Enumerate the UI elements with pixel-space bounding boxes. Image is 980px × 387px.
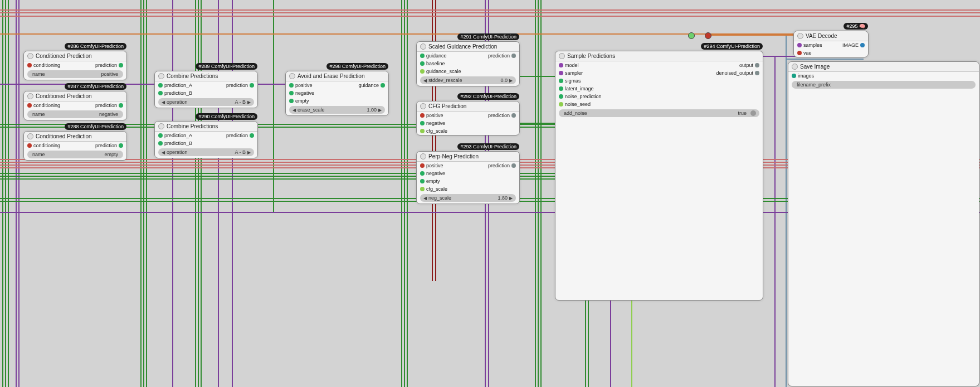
node-save-image[interactable]: Save Image images filename_prefix [788,61,979,386]
widget-erase-scale[interactable]: ◀erase_scale1.00▶ [289,106,385,114]
port-input[interactable] [559,63,563,67]
port-output[interactable] [755,63,759,67]
port-input[interactable] [420,179,425,183]
node-title[interactable]: CFG Prediction [417,101,519,112]
node-title[interactable]: Scaled Guidance Prediction [417,42,519,52]
reroute-dot[interactable] [705,32,711,39]
wire [2,0,3,387]
port-output[interactable] [511,54,516,58]
widget-operation[interactable]: ◀operationA - B▶ [158,98,254,106]
node-title[interactable]: Combine Predictions [155,71,257,81]
node-title[interactable]: Perp-Neg Prediction [417,152,519,162]
collapse-toggle-icon[interactable] [797,33,803,39]
port-input[interactable] [289,99,294,103]
collapse-toggle-icon[interactable] [792,64,798,70]
node-sample-predictions-294[interactable]: #294 ComfyUI-Prediction Sample Predictio… [555,51,763,301]
collapse-toggle-icon[interactable] [27,93,33,99]
node-conditioned-prediction-286[interactable]: #286 ComfyUI-Prediction Conditioned Pred… [23,51,127,80]
port-input[interactable] [792,74,796,78]
collapse-toggle-icon[interactable] [158,123,164,129]
node-title[interactable]: Save Image [788,62,979,72]
port-input[interactable] [27,63,32,67]
chevron-right-icon[interactable]: ▶ [509,78,513,83]
port-input[interactable] [559,102,563,107]
port-input[interactable] [797,51,802,55]
port-output[interactable] [755,71,759,75]
port-input[interactable] [158,133,163,138]
port-output[interactable] [381,83,385,88]
collapse-toggle-icon[interactable] [27,133,33,139]
collapse-toggle-icon[interactable] [289,73,295,79]
port-input[interactable] [420,171,425,176]
collapse-toggle-icon[interactable] [27,53,33,59]
port-input[interactable] [420,69,425,74]
toggle-icon[interactable] [750,110,756,116]
port-output[interactable] [511,163,516,168]
collapse-toggle-icon[interactable] [420,103,426,109]
port-output[interactable] [250,83,254,88]
collapse-toggle-icon[interactable] [559,53,565,59]
node-perp-neg-293[interactable]: #293 ComfyUI-Prediction Perp-Neg Predict… [416,151,520,204]
port-output[interactable] [860,43,865,47]
node-title[interactable]: Conditioned Prediction [24,132,126,142]
port-output[interactable] [511,113,516,118]
node-combine-predictions-289[interactable]: #289 ComfyUI-Prediction Combine Predicti… [154,71,258,108]
node-title[interactable]: VAE Decode [794,31,868,41]
node-conditioned-prediction-288[interactable]: #288 ComfyUI-Prediction Conditioned Pred… [23,131,127,161]
node-title[interactable]: Conditioned Prediction [24,91,126,101]
port-label: guidance [426,53,447,59]
collapse-toggle-icon[interactable] [158,73,164,79]
chevron-right-icon[interactable]: ▶ [247,100,251,105]
node-combine-predictions-290[interactable]: #290 ComfyUI-Prediction Combine Predicti… [154,121,258,158]
port-input[interactable] [158,141,163,146]
port-input[interactable] [797,43,802,47]
port-input[interactable] [158,91,163,95]
port-output[interactable] [250,133,254,138]
collapse-toggle-icon[interactable] [420,153,426,159]
port-output[interactable] [119,143,123,148]
chevron-right-icon[interactable]: ▶ [509,196,513,201]
chevron-right-icon[interactable]: ▶ [378,108,382,113]
port-input[interactable] [27,103,32,108]
node-cfg-prediction-292[interactable]: #292 ComfyUI-Prediction CFG Prediction p… [416,101,520,136]
port-input[interactable] [559,71,563,75]
port-input[interactable] [559,79,563,83]
port-label: guidance_scale [426,69,461,74]
node-title[interactable]: Conditioned Prediction [24,51,126,61]
port-input[interactable] [420,187,425,191]
port-input[interactable] [289,83,294,88]
widget-stddev-rescale[interactable]: ◀stddev_rescale0.0▶ [420,76,516,84]
node-title[interactable]: Combine Predictions [155,122,257,132]
port-input[interactable] [420,121,425,125]
port-input[interactable] [420,54,425,58]
widget-operation[interactable]: ◀operationA - B▶ [158,148,254,156]
node-conditioned-prediction-287[interactable]: #287 ComfyUI-Prediction Conditioned Pred… [23,91,127,120]
port-input[interactable] [420,61,425,66]
node-graph-canvas[interactable]: #286 ComfyUI-Prediction Conditioned Pred… [0,0,980,387]
port-input[interactable] [420,113,425,118]
node-title[interactable]: Avoid and Erase Prediction [286,71,388,81]
node-title-text: Conditioned Prediction [36,53,92,59]
port-input[interactable] [420,129,425,133]
port-output[interactable] [119,103,123,108]
reroute-dot[interactable] [688,32,695,39]
port-input[interactable] [27,143,32,148]
widget-name[interactable]: nameempty [27,151,123,158]
port-input[interactable] [289,91,294,95]
port-input[interactable] [158,83,163,88]
port-input[interactable] [420,163,425,168]
collapse-toggle-icon[interactable] [420,43,426,50]
widget-neg-scale[interactable]: ◀neg_scale1.80▶ [420,194,516,202]
port-input[interactable] [559,94,563,99]
widget-filename-prefix[interactable]: filename_prefix [792,81,976,89]
node-avoid-erase-298[interactable]: #298 ComfyUI-Prediction Avoid and Erase … [285,71,389,116]
port-output[interactable] [119,63,123,67]
chevron-right-icon[interactable]: ▶ [247,150,251,155]
node-title[interactable]: Sample Predictions [555,51,763,61]
port-input[interactable] [559,86,563,91]
widget-name[interactable]: namenegative [27,110,123,118]
widget-add-noise[interactable]: add_noisetrue [559,109,759,117]
node-vae-decode-295[interactable]: #295 🧠 VAE Decode samplesIMAGE vae [793,31,869,57]
widget-name[interactable]: namepositive [27,70,123,78]
node-scaled-guidance-291[interactable]: #291 ComfyUI-Prediction Scaled Guidance … [416,41,520,86]
